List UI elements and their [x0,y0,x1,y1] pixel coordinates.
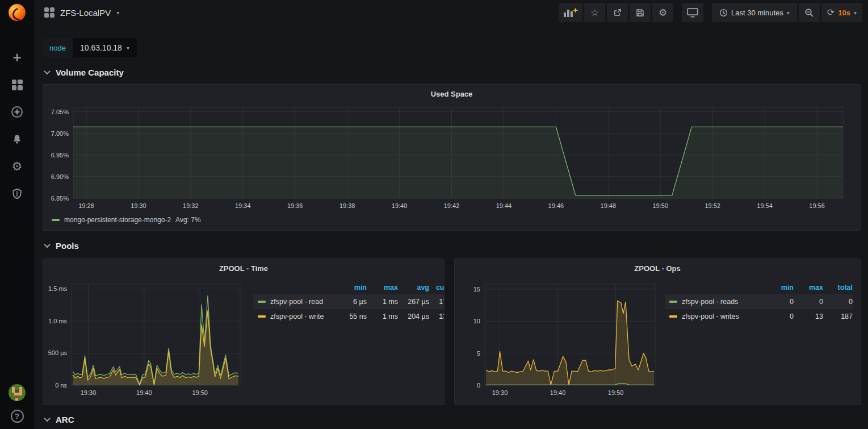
dashboard-content: node 10.63.10.18 ▾ Volume Capacity Used … [34,25,868,429]
chevron-down-icon [44,68,50,74]
used-space-chart[interactable]: 19:2819:3019:3219:3419:3619:3819:4019:42… [43,101,860,214]
configuration-gear-icon[interactable]: ⚙ [10,160,24,173]
add-panel-button[interactable]: + [559,3,582,22]
panel-title[interactable]: ZPOOL - Ops [455,259,860,275]
legend-row-write: zfspv-pool - write 55 ns 1 ms 204 µs 135… [253,309,445,324]
svg-text:19:50: 19:50 [192,389,208,396]
svg-text:0 ns: 0 ns [55,382,67,389]
svg-text:19:34: 19:34 [235,202,251,209]
save-icon [636,9,644,17]
zpool-ops-chart[interactable]: 19:3019:4019:50151050 [455,275,659,403]
series-color-dash [258,315,266,318]
monitor-icon [687,8,698,18]
svg-text:19:48: 19:48 [601,202,617,209]
alerting-bell-icon[interactable] [10,132,24,146]
svg-text:19:50: 19:50 [652,202,668,209]
section-arc[interactable]: ARC [43,413,861,426]
dashboard-title: ZFS-LocalPV [60,8,111,18]
svg-text:0: 0 [477,382,480,389]
dashboards-icon[interactable] [10,78,24,91]
zpool-ops-legend: min max total zfspv-pool - reads 0 0 0 [665,282,853,324]
panel-used-space: Used Space 19:2819:3019:3219:3419:3619:3… [43,84,861,231]
svg-text:19:52: 19:52 [705,202,720,209]
series-stat: Avg: 7% [175,216,200,224]
svg-text:6.95%: 6.95% [51,152,69,159]
chevron-down-icon [44,241,50,248]
node-variable-label: node [43,38,73,57]
refresh-picker[interactable]: ⟳ 10s ▾ [821,3,862,22]
svg-text:19:40: 19:40 [392,202,408,209]
series-name[interactable]: mongo-persistent-storage-mongo-2 [64,216,171,224]
legend-col-total[interactable]: total [823,284,853,291]
chevron-down-icon [44,415,50,422]
zoom-out-button[interactable] [799,3,820,22]
svg-text:19:40: 19:40 [550,389,566,396]
panel-title[interactable]: Used Space [43,85,860,101]
chevron-down-icon: ▾ [127,45,129,51]
help-icon[interactable]: ? [11,410,24,423]
svg-text:19:54: 19:54 [757,202,773,209]
chevron-down-icon: ▾ [854,10,857,16]
save-dashboard-button[interactable] [630,3,651,22]
legend-col-current[interactable]: current [429,284,445,291]
legend-col-min[interactable]: min [764,284,794,291]
svg-text:19:32: 19:32 [183,202,199,209]
refresh-interval-label: 10s [838,9,850,17]
dashboard-title-menu[interactable]: ZFS-LocalPV ▾ [44,7,119,18]
svg-text:19:40: 19:40 [136,389,152,396]
svg-text:19:36: 19:36 [287,202,303,209]
refresh-icon: ⟳ [827,8,835,17]
node-variable-value: 10.63.10.18 [80,43,122,52]
cycle-view-button[interactable] [682,3,703,22]
create-icon[interactable]: + [10,51,24,64]
svg-text:7.05%: 7.05% [51,109,69,115]
svg-text:1.5 ms: 1.5 ms [48,285,68,292]
zpool-time-chart[interactable]: 19:3019:4019:501.5 ms1.0 ms500 µs0 ns [43,275,243,403]
user-avatar[interactable] [9,384,26,401]
svg-text:6.90%: 6.90% [51,173,69,180]
svg-text:19:50: 19:50 [608,389,624,396]
server-admin-shield-icon[interactable] [10,187,24,201]
star-dashboard-button[interactable]: ☆ [584,3,605,22]
legend-col-max[interactable]: max [794,284,823,291]
svg-text:19:38: 19:38 [339,202,355,209]
svg-text:19:42: 19:42 [444,202,460,209]
explore-compass-icon[interactable] [10,105,24,119]
clock-icon [719,9,728,17]
panel-zpool-ops: ZPOOL - Ops 19:3019:4019:50151050 min ma… [454,259,861,405]
node-variable-dropdown[interactable]: node 10.63.10.18 ▾ [43,38,137,57]
apps-icon [44,7,54,18]
series-color-dash [669,315,677,318]
svg-text:1.0 ms: 1.0 ms [48,318,68,324]
svg-text:19:30: 19:30 [492,389,508,396]
section-volume-capacity[interactable]: Volume Capacity [43,65,861,79]
legend-row-reads: zfspv-pool - reads 0 0 0 [665,294,853,309]
svg-text:15: 15 [473,286,480,293]
svg-text:7.00%: 7.00% [51,130,69,137]
used-space-legend: mongo-persistent-storage-mongo-2 Avg: 7% [43,216,860,224]
zpool-time-legend: min max avg current zfspv-pool - read 6 … [253,282,445,324]
series-color-dash [258,301,266,303]
svg-text:500 µs: 500 µs [48,349,68,356]
grafana-logo[interactable] [9,4,26,21]
svg-text:19:28: 19:28 [78,202,94,209]
svg-text:19:56: 19:56 [809,202,825,209]
share-icon [613,8,622,17]
svg-text:10: 10 [473,318,480,324]
legend-col-max[interactable]: max [367,284,398,291]
series-color-dash [669,301,677,303]
star-icon: ☆ [590,7,599,19]
template-variables-row: node 10.63.10.18 ▾ [43,38,861,57]
sidebar: + ⚙ ? [0,0,34,429]
panel-title[interactable]: ZPOOL - Time [43,259,444,275]
share-dashboard-button[interactable] [607,3,628,22]
series-color-dash [52,219,60,221]
panel-zpool-time: ZPOOL - Time 19:3019:4019:501.5 ms1.0 ms… [43,259,445,405]
time-range-picker[interactable]: Last 30 minutes ▾ [712,3,797,22]
legend-row-read: zfspv-pool - read 6 µs 1 ms 267 µs 172 µ… [253,294,445,309]
section-pools[interactable]: Pools [43,239,861,252]
dashboard-settings-button[interactable]: ⚙ [652,3,673,22]
legend-col-min[interactable]: min [336,284,367,291]
time-range-label: Last 30 minutes [731,9,783,17]
legend-col-avg[interactable]: avg [398,284,429,291]
